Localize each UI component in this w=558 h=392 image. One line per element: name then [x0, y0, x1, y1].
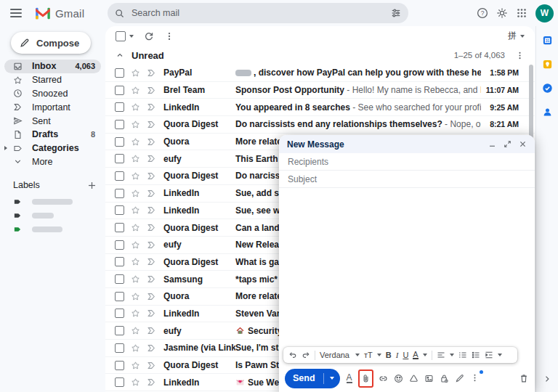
insert-link-icon[interactable]: [377, 372, 389, 385]
star-icon[interactable]: [131, 137, 140, 147]
sidebar-item-starred[interactable]: Starred: [4, 73, 101, 87]
importance-marker-icon[interactable]: [147, 120, 156, 129]
importance-marker-icon[interactable]: [147, 377, 156, 387]
sidebar-item-inbox[interactable]: Inbox 4,063: [4, 60, 101, 73]
star-icon[interactable]: [131, 309, 140, 318]
google-apps-grid-icon[interactable]: [516, 7, 527, 19]
refresh-icon[interactable]: [144, 31, 154, 41]
row-checkbox[interactable]: [115, 154, 124, 163]
text-color-button[interactable]: A: [413, 351, 418, 359]
row-checkbox[interactable]: [115, 292, 124, 301]
row-checkbox[interactable]: [115, 274, 124, 284]
label-item[interactable]: [4, 222, 101, 236]
importance-marker-icon[interactable]: [147, 102, 156, 112]
star-icon[interactable]: [131, 86, 140, 95]
sidebar-item-snoozed[interactable]: Snoozed: [4, 87, 101, 101]
bulleted-list-icon[interactable]: [472, 351, 480, 359]
minimize-icon[interactable]: [488, 140, 496, 148]
row-checkbox[interactable]: [115, 309, 124, 318]
undo-icon[interactable]: [288, 351, 297, 359]
send-options-dropdown[interactable]: [324, 377, 340, 380]
star-icon[interactable]: [131, 120, 140, 129]
sidebar-item-sent[interactable]: Sent: [4, 114, 101, 128]
label-item[interactable]: [4, 195, 101, 208]
row-checkbox[interactable]: [115, 257, 124, 266]
row-checkbox[interactable]: [115, 189, 124, 198]
expander-icon[interactable]: [4, 146, 7, 150]
search-bar[interactable]: Search mail: [108, 3, 408, 23]
message-body[interactable]: [279, 187, 535, 341]
row-checkbox[interactable]: [115, 120, 124, 129]
redo-icon[interactable]: [302, 351, 310, 359]
importance-marker-icon[interactable]: [147, 171, 156, 181]
importance-marker-icon[interactable]: [147, 68, 156, 78]
row-checkbox[interactable]: [115, 223, 124, 232]
indent-icon[interactable]: [485, 351, 493, 359]
compose-button[interactable]: Compose: [11, 32, 91, 54]
row-checkbox[interactable]: [115, 86, 124, 95]
row-checkbox[interactable]: [115, 68, 124, 78]
font-dropdown-icon[interactable]: [355, 354, 360, 356]
attach-file-icon[interactable]: [361, 373, 371, 384]
more-vert-icon[interactable]: [164, 31, 174, 41]
importance-marker-icon[interactable]: [147, 189, 156, 198]
pop-out-icon[interactable]: [504, 140, 512, 148]
star-icon[interactable]: [131, 205, 140, 215]
star-icon[interactable]: [131, 257, 140, 266]
star-icon[interactable]: [131, 240, 140, 250]
section-more-icon[interactable]: [515, 51, 525, 60]
close-icon[interactable]: [519, 140, 527, 148]
importance-marker-icon[interactable]: [147, 361, 156, 370]
collapse-section-icon[interactable]: [116, 51, 124, 60]
select-dropdown-icon[interactable]: [129, 35, 134, 38]
email-row[interactable]: Quora Digest Do narcissists end any rela…: [105, 116, 535, 134]
size-dropdown-icon[interactable]: [377, 354, 381, 356]
italic-button[interactable]: I: [396, 351, 399, 359]
star-icon[interactable]: [131, 171, 140, 181]
sidebar-item-more[interactable]: More: [4, 155, 101, 169]
row-checkbox[interactable]: [115, 377, 124, 387]
font-size-select[interactable]: тT: [364, 351, 373, 359]
align-dropdown-icon[interactable]: [450, 354, 454, 356]
importance-marker-icon[interactable]: [147, 257, 156, 266]
importance-marker-icon[interactable]: [147, 292, 156, 301]
input-tools-button[interactable]: 拼: [508, 30, 525, 42]
star-icon[interactable]: [131, 377, 140, 387]
keep-icon[interactable]: [542, 59, 553, 70]
contacts-icon[interactable]: [542, 107, 553, 118]
email-row[interactable]: PayPal , discover how PayPal can help yo…: [105, 65, 535, 82]
importance-marker-icon[interactable]: [147, 205, 156, 215]
importance-marker-icon[interactable]: [147, 343, 156, 353]
select-all-checkbox[interactable]: [116, 31, 126, 41]
compose-header[interactable]: New Message: [279, 135, 535, 153]
row-checkbox[interactable]: [115, 102, 124, 112]
more-options-icon[interactable]: [469, 372, 481, 384]
importance-marker-icon[interactable]: [147, 137, 156, 147]
formatting-options-button[interactable]: A: [347, 374, 352, 383]
row-checkbox[interactable]: [115, 343, 124, 353]
sidebar-item-drafts[interactable]: Drafts 8: [4, 128, 101, 142]
importance-marker-icon[interactable]: [147, 326, 156, 335]
recipients-field[interactable]: Recipients: [279, 153, 535, 171]
insert-signature-icon[interactable]: [453, 372, 466, 385]
confidential-mode-icon[interactable]: [438, 372, 450, 385]
row-checkbox[interactable]: [115, 205, 124, 215]
search-options-icon[interactable]: [391, 8, 401, 18]
importance-marker-icon[interactable]: [147, 86, 156, 95]
calendar-icon[interactable]: 31: [542, 35, 553, 46]
numbered-list-icon[interactable]: [458, 351, 467, 359]
align-icon[interactable]: [437, 351, 445, 359]
importance-marker-icon[interactable]: [147, 154, 156, 163]
underline-button[interactable]: U: [403, 351, 408, 359]
text-color-dropdown-icon[interactable]: [423, 354, 427, 356]
row-checkbox[interactable]: [115, 137, 124, 147]
star-icon[interactable]: [131, 292, 140, 301]
email-row[interactable]: LinkedIn You appeared in 8 searches - Se…: [105, 99, 535, 116]
sidebar-item-categories[interactable]: Categories: [4, 142, 101, 155]
importance-marker-icon[interactable]: [147, 274, 156, 284]
star-icon[interactable]: [131, 223, 140, 232]
account-avatar[interactable]: W: [535, 4, 554, 23]
help-icon[interactable]: ?: [477, 7, 488, 19]
importance-marker-icon[interactable]: [147, 309, 156, 318]
row-checkbox[interactable]: [115, 171, 124, 181]
